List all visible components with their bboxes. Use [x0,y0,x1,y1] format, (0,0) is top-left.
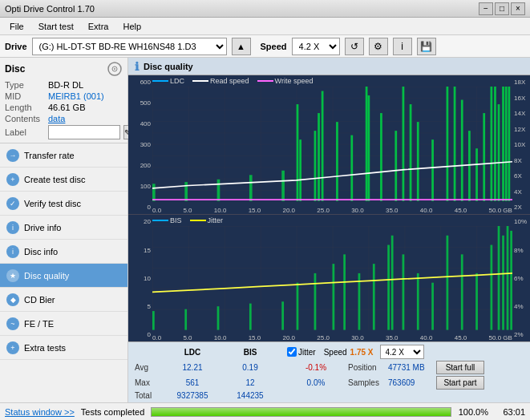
max-bis: 12 [221,378,279,387]
label-input[interactable] [48,125,120,139]
svg-rect-24 [447,87,449,201]
svg-point-2 [114,68,115,70]
svg-rect-19 [394,131,397,201]
svg-rect-45 [343,255,346,330]
svg-rect-42 [297,283,299,330]
position-value: 47731 MB [388,363,436,372]
svg-rect-22 [417,122,419,201]
minimize-button[interactable]: − [479,2,493,15]
status-bar: Status window >> Tests completed 100.0% … [0,402,530,420]
chart1-legend: LDC Read speed Write speed [152,77,313,85]
drive-select[interactable]: (G:) HL-DT-ST BD-RE WH16NS48 1.D3 [32,38,227,55]
svg-rect-20 [403,87,405,201]
menubar: File Start test Extra Help [0,18,530,35]
status-percent: 100.0% [458,407,488,417]
stats-bis-header: BIS [221,348,279,357]
menu-start-test[interactable]: Start test [32,20,80,33]
nav-disc-quality[interactable]: ★ Disc quality [0,264,127,288]
status-time: 63:01 [495,407,525,417]
legend-ldc: LDC [170,77,184,85]
svg-rect-15 [350,135,353,202]
nav-disc-info-label: Disc info [24,247,58,256]
window-controls: − □ × [479,2,525,15]
svg-rect-37 [152,311,155,330]
progress-bar-fill [152,408,451,416]
nav-create-test-disc-label: Create test disc [24,175,85,184]
fe-te-icon: ~ [6,317,19,330]
maximize-button[interactable]: □ [495,2,509,15]
save-button[interactable]: 💾 [417,38,436,55]
legend-write-speed: Write speed [275,77,314,85]
refresh-button[interactable]: ↺ [345,38,364,55]
disc-info-icon: i [6,245,19,258]
nav-drive-info[interactable]: i Drive info [0,216,127,240]
info-button[interactable]: i [393,38,412,55]
svg-rect-35 [508,87,511,201]
close-button[interactable]: × [511,2,525,15]
nav-extra-tests[interactable]: + Extra tests [0,336,127,360]
svg-rect-30 [491,87,493,201]
legend-jitter: Jitter [208,216,224,224]
legend-bis: BIS [170,216,182,224]
status-window-link[interactable]: Status window >> [5,407,75,417]
svg-rect-16 [366,87,368,201]
start-part-button[interactable]: Start part [436,376,484,390]
nav-items: → Transfer rate + Create test disc ✓ Ver… [0,143,127,402]
total-ldc: 9327385 [164,391,221,400]
speed-select[interactable]: 4.2 X [292,38,340,55]
drive-info-icon: i [6,221,19,234]
nav-cd-bier-label: CD Bier [24,295,55,305]
start-full-button[interactable]: Start full [436,361,484,374]
menu-extra[interactable]: Extra [82,20,115,33]
svg-rect-5 [184,182,188,201]
svg-rect-33 [502,87,504,201]
chart2: BIS Jitter [128,215,530,341]
svg-rect-40 [249,304,252,330]
svg-rect-4 [152,184,156,201]
nav-fe-te[interactable]: ~ FE / TE [0,312,127,336]
type-label: Type [5,80,45,90]
stats-panel: LDC BIS Jitter Speed 1.75 X 4.2 X Avg 12… [128,341,530,402]
svg-rect-32 [498,104,500,201]
disc-icon [107,61,123,77]
nav-transfer-rate-label: Transfer rate [24,151,75,160]
nav-transfer-rate[interactable]: → Transfer rate [0,143,127,168]
nav-cd-bier[interactable]: ◆ CD Bier [0,288,127,312]
svg-rect-9 [297,104,299,201]
nav-verify-test-disc[interactable]: ✓ Verify test disc [0,192,127,216]
position-label: Position [348,363,388,372]
drive-label: Drive [5,42,27,51]
chart2-y-right: 10%8%6%4%2% [512,215,530,341]
nav-create-test-disc[interactable]: + Create test disc [0,168,127,192]
settings-button[interactable]: ⚙ [369,38,388,55]
svg-rect-34 [505,87,508,201]
svg-rect-12 [318,113,320,201]
svg-rect-59 [507,226,509,330]
svg-rect-17 [367,95,370,201]
disc-quality-icon: ★ [6,269,19,282]
charts-area: LDC Read speed Write speed [128,75,530,341]
menu-help[interactable]: Help [116,20,148,33]
svg-rect-25 [454,87,456,201]
nav-disc-info[interactable]: i Disc info [0,240,127,264]
svg-rect-53 [447,236,449,330]
jitter-checkbox[interactable] [287,347,297,357]
avg-jitter: -0.1% [287,363,345,372]
nav-drive-info-label: Drive info [24,223,61,232]
svg-rect-18 [380,113,382,201]
eject-button[interactable]: ▲ [232,38,251,55]
max-label: Max [135,378,164,387]
svg-rect-7 [249,175,253,201]
svg-rect-8 [281,171,285,202]
nav-fe-te-label: FE / TE [24,319,54,329]
svg-rect-6 [217,180,220,202]
svg-rect-48 [387,245,390,330]
nav-disc-quality-label: Disc quality [24,271,69,281]
menu-file[interactable]: File [3,20,30,33]
nav-extra-tests-label: Extra tests [24,343,66,353]
contents-value[interactable]: data [48,114,65,123]
svg-rect-44 [333,265,335,330]
jitter-checkbox-label[interactable]: Jitter [287,347,316,357]
speed-select-dropdown[interactable]: 4.2 X [380,345,424,359]
speed-value: 1.75 X [350,348,374,357]
